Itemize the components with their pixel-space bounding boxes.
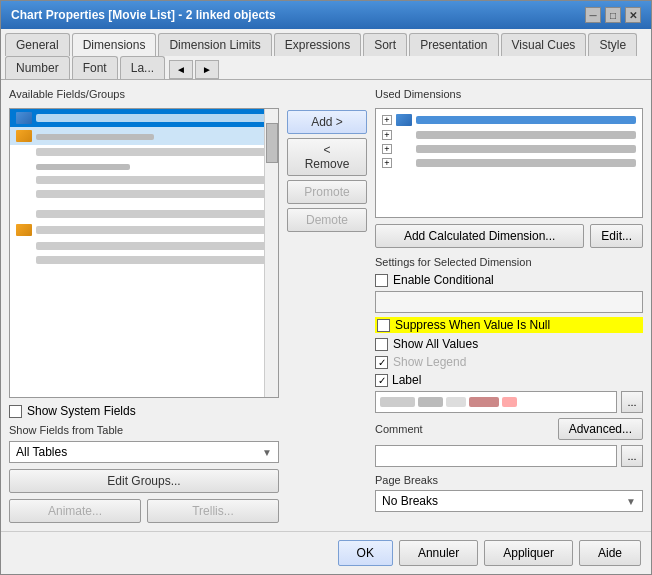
field-subtext xyxy=(36,164,130,170)
tab-number[interactable]: Number xyxy=(5,56,70,79)
label-preview[interactable] xyxy=(375,391,617,413)
footer: OK Annuler Appliquer Aide xyxy=(1,531,651,574)
dimension-item[interactable]: + xyxy=(379,156,639,170)
window-title: Chart Properties [Movie List] - 2 linked… xyxy=(11,8,276,22)
tab-sort[interactable]: Sort xyxy=(363,33,407,56)
promote-button[interactable]: Promote xyxy=(287,180,367,204)
list-item[interactable] xyxy=(10,207,278,221)
settings-section: Settings for Selected Dimension Enable C… xyxy=(375,254,643,512)
enable-conditional-checkbox[interactable] xyxy=(375,274,388,287)
list-item[interactable] xyxy=(10,187,278,201)
show-fields-table-section: Show Fields from Table All Tables ▼ xyxy=(9,424,279,463)
tab-font[interactable]: Font xyxy=(72,56,118,79)
label-segment xyxy=(469,397,499,407)
apply-button[interactable]: Appliquer xyxy=(484,540,573,566)
no-breaks-dropdown[interactable]: No Breaks ▼ xyxy=(375,490,643,512)
tab-dimension-limits[interactable]: Dimension Limits xyxy=(158,33,271,56)
list-item[interactable] xyxy=(10,127,278,145)
tab-general[interactable]: General xyxy=(5,33,70,56)
settings-title: Settings for Selected Dimension xyxy=(375,256,643,268)
list-item[interactable] xyxy=(10,159,278,173)
window-controls: ─ □ ✕ xyxy=(585,7,641,23)
field-icon xyxy=(16,130,32,142)
edit-button[interactable]: Edit... xyxy=(590,224,643,248)
close-button[interactable]: ✕ xyxy=(625,7,641,23)
suppress-when-checkbox[interactable] xyxy=(377,319,390,332)
list-item[interactable] xyxy=(10,109,278,127)
cancel-button[interactable]: Annuler xyxy=(399,540,478,566)
field-text xyxy=(36,226,272,234)
label-ellipsis-button[interactable]: ... xyxy=(621,391,643,413)
comment-input[interactable] xyxy=(375,445,617,467)
tab-presentation[interactable]: Presentation xyxy=(409,33,498,56)
show-system-fields-label: Show System Fields xyxy=(27,404,136,418)
action-buttons-row: Add Calculated Dimension... Edit... xyxy=(375,224,643,248)
list-item[interactable] xyxy=(10,221,278,239)
tab-expressions[interactable]: Expressions xyxy=(274,33,361,56)
label-checkbox[interactable]: ✓ xyxy=(375,374,388,387)
help-button[interactable]: Aide xyxy=(579,540,641,566)
tab-scroll-left[interactable]: ◄ xyxy=(169,60,193,79)
dimension-item[interactable]: + xyxy=(379,112,639,128)
show-system-fields-row: Show System Fields xyxy=(9,404,279,418)
tab-style[interactable]: Style xyxy=(588,33,637,56)
available-fields-list[interactable] xyxy=(9,108,279,398)
list-item[interactable] xyxy=(10,145,278,159)
field-subtext xyxy=(36,134,154,140)
suppress-when-label: Suppress When Value Is Null xyxy=(395,318,550,332)
dropdown-arrow-icon: ▼ xyxy=(262,447,272,458)
add-button[interactable]: Add > xyxy=(287,110,367,134)
dimension-item[interactable]: + xyxy=(379,142,639,156)
title-bar: Chart Properties [Movie List] - 2 linked… xyxy=(1,1,651,29)
expand-icon[interactable]: + xyxy=(382,115,392,125)
ok-button[interactable]: OK xyxy=(338,540,393,566)
dimension-item[interactable]: + xyxy=(379,128,639,142)
list-item[interactable] xyxy=(10,173,278,187)
show-system-fields-checkbox[interactable] xyxy=(9,405,22,418)
add-calculated-dimension-button[interactable]: Add Calculated Dimension... xyxy=(375,224,584,248)
chart-properties-window: Chart Properties [Movie List] - 2 linked… xyxy=(0,0,652,575)
animate-button[interactable]: Animate... xyxy=(9,499,141,523)
demote-button[interactable]: Demote xyxy=(287,208,367,232)
conditional-input[interactable] xyxy=(375,291,643,313)
show-all-values-checkbox[interactable] xyxy=(375,338,388,351)
scrollbar[interactable] xyxy=(264,109,278,397)
expand-icon[interactable]: + xyxy=(382,158,392,168)
checkbox-group: Enable Conditional Suppress When Value I… xyxy=(375,273,643,413)
page-breaks-section: Page Breaks No Breaks ▼ xyxy=(375,472,643,512)
trellis-button[interactable]: Trellis... xyxy=(147,499,279,523)
expand-icon[interactable]: + xyxy=(382,144,392,154)
field-text xyxy=(36,114,272,122)
minimize-button[interactable]: ─ xyxy=(585,7,601,23)
label-segment xyxy=(502,397,517,407)
label-segment xyxy=(418,397,443,407)
field-text xyxy=(36,242,272,250)
remove-button[interactable]: < Remove xyxy=(287,138,367,176)
tabs-row: General Dimensions Dimension Limits Expr… xyxy=(1,29,651,80)
enable-conditional-label: Enable Conditional xyxy=(393,273,494,287)
advanced-button[interactable]: Advanced... xyxy=(558,418,643,440)
scrollbar-thumb[interactable] xyxy=(266,123,278,163)
tab-dimensions[interactable]: Dimensions xyxy=(72,33,157,57)
middle-buttons: Add > < Remove Promote Demote xyxy=(287,88,367,523)
list-item[interactable] xyxy=(10,239,278,253)
comment-label: Comment xyxy=(375,423,423,435)
list-item[interactable] xyxy=(10,253,278,267)
tab-visual-cues[interactable]: Visual Cues xyxy=(501,33,587,56)
show-legend-checkbox[interactable]: ✓ xyxy=(375,356,388,369)
no-breaks-arrow-icon: ▼ xyxy=(626,496,636,507)
comment-ellipsis-button[interactable]: ... xyxy=(621,445,643,467)
label-segment xyxy=(380,397,415,407)
maximize-button[interactable]: □ xyxy=(605,7,621,23)
edit-groups-button[interactable]: Edit Groups... xyxy=(9,469,279,493)
tab-scroll-right[interactable]: ► xyxy=(195,60,219,79)
suppress-when-row: Suppress When Value Is Null xyxy=(375,317,643,333)
dim-icon xyxy=(396,114,412,126)
comment-input-row: ... xyxy=(375,445,643,467)
used-dimensions-list[interactable]: + + + + xyxy=(375,108,643,218)
no-breaks-value: No Breaks xyxy=(382,494,438,508)
expand-icon[interactable]: + xyxy=(382,130,392,140)
tab-la[interactable]: La... xyxy=(120,56,165,79)
all-tables-dropdown[interactable]: All Tables ▼ xyxy=(9,441,279,463)
field-text xyxy=(36,148,272,156)
